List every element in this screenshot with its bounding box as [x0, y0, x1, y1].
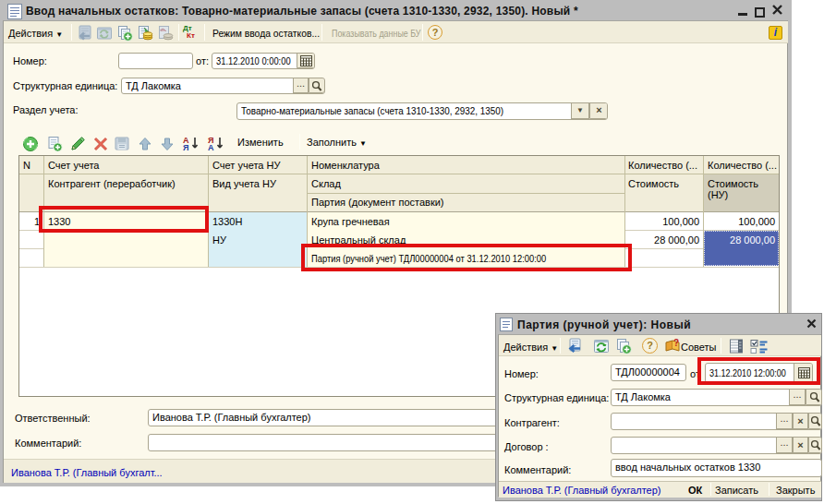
svg-text:А: А — [208, 143, 214, 151]
svg-text:?: ? — [673, 338, 679, 348]
svg-text:Я: Я — [183, 143, 188, 151]
